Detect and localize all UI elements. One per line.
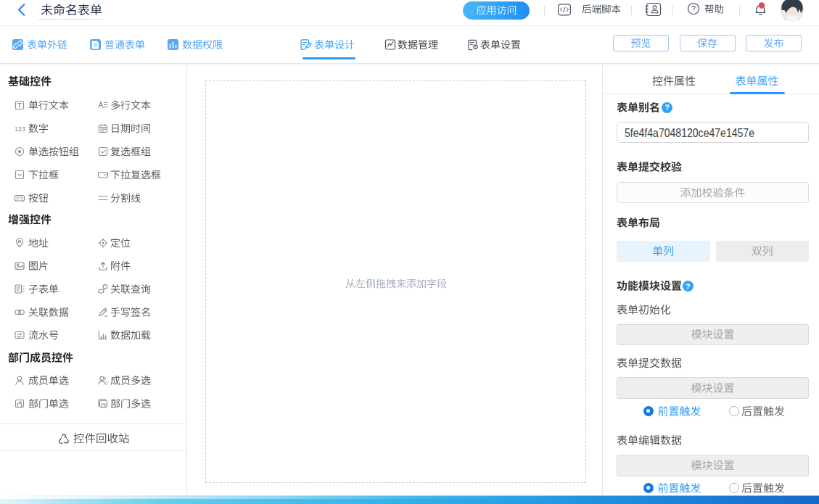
svg-text:123: 123 — [15, 125, 25, 133]
svg-text:5fe4f4a7048120ce47e1457e: 5fe4f4a7048120ce47e1457e — [625, 126, 754, 139]
svg-text:BTN: BTN — [17, 197, 23, 200]
svg-text:?: ? — [664, 103, 670, 112]
svg-text:?: ? — [691, 4, 696, 13]
svg-text:?: ? — [686, 282, 691, 291]
